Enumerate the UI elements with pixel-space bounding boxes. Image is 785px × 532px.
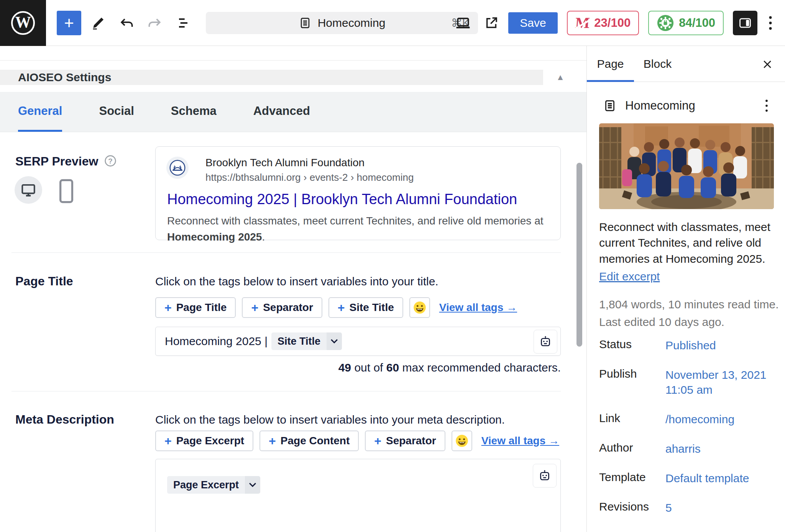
serp-preview-card: Brooklyn Tech Alumni Foundation https://… — [155, 146, 561, 240]
featured-image[interactable] — [599, 123, 774, 209]
document-fields: Status Published Publish November 13, 20… — [599, 338, 775, 532]
tab-block[interactable]: Block — [634, 46, 681, 82]
document-title: Homecoming — [625, 99, 695, 113]
link-value-link[interactable]: /homecoming — [665, 412, 775, 427]
tab-general[interactable]: General — [18, 92, 62, 132]
serp-title: Homecoming 2025 | Brooklyn Tech Alumni F… — [167, 191, 549, 208]
scrollbar[interactable] — [576, 163, 582, 347]
revisions-value-link[interactable]: 5 — [665, 500, 775, 515]
wordpress-editor: W + Homecoming ⌘K — [0, 0, 785, 532]
serp-site-name: Brooklyn Tech Alumni Foundation — [205, 157, 549, 169]
page-title-value: Homecoming 2025 | — [165, 335, 268, 348]
meta-description-input[interactable]: Page Excerpt — [155, 459, 561, 532]
help-icon[interactable]: ? — [104, 155, 117, 167]
view-all-tags-link[interactable]: View all tags → — [481, 435, 559, 447]
tab-advanced[interactable]: Advanced — [253, 92, 310, 132]
command-bar[interactable]: Homecoming ⌘K — [206, 12, 478, 34]
options-menu-icon[interactable] — [762, 11, 779, 34]
toolbar-right-cluster: Save M 23/100 — [446, 0, 779, 46]
robot-icon — [538, 469, 552, 483]
field-row-author: Author aharris — [599, 441, 775, 456]
editor-canvas: AIOSEO Settings ▲ General Social Schema … — [0, 46, 586, 532]
edit-excerpt-link[interactable]: Edit excerpt — [599, 270, 660, 283]
meta-description-label: Meta Description — [15, 413, 114, 427]
plus-icon: + — [269, 435, 276, 446]
ai-generator-button[interactable] — [534, 330, 557, 354]
serp-url: https://bthsalumni.org › events-2 › home… — [205, 172, 549, 183]
tab-schema[interactable]: Schema — [171, 92, 217, 132]
document-icon — [603, 99, 617, 113]
aioseo-settings-header[interactable]: AIOSEO Settings — [0, 70, 543, 85]
redo-icon — [143, 11, 166, 34]
plus-icon: + — [164, 435, 172, 446]
document-overview-icon[interactable] — [172, 11, 195, 34]
block-inserter-button[interactable]: + — [57, 11, 81, 35]
page-excerpt-tag-pill[interactable]: Page Excerpt — [167, 476, 260, 494]
page-title-tag-row: +Page Title +Separator +Site Title View … — [155, 297, 517, 318]
divider — [11, 391, 561, 391]
field-label: Parent — [599, 530, 665, 532]
add-page-excerpt-tag-button[interactable]: +Page Excerpt — [155, 431, 253, 451]
page-title-label: Page Title — [15, 274, 73, 288]
tools-pencil-icon[interactable] — [87, 11, 110, 34]
wordpress-logo[interactable]: W — [0, 0, 46, 46]
field-label: Author — [599, 441, 665, 456]
field-row-template: Template Default template — [599, 471, 775, 486]
command-bar-title: Homecoming — [318, 16, 386, 29]
divider — [0, 60, 586, 61]
view-all-tags-link[interactable]: View all tags → — [439, 301, 517, 314]
aioseo-settings-title: AIOSEO Settings — [18, 71, 111, 84]
add-page-content-tag-button[interactable]: +Page Content — [259, 431, 359, 451]
add-site-title-tag-button[interactable]: +Site Title — [328, 297, 403, 318]
sidebar-icon — [738, 16, 752, 30]
collapse-arrow-icon[interactable]: ▲ — [552, 70, 569, 85]
page-title-input[interactable]: Homecoming 2025 | Site Title — [155, 327, 561, 356]
field-label: Revisions — [599, 500, 665, 515]
save-button[interactable]: Save — [508, 12, 557, 34]
page-options-icon[interactable] — [758, 94, 775, 117]
tab-social[interactable]: Social — [99, 92, 134, 132]
add-separator-tag-button[interactable]: +Separator — [365, 431, 445, 451]
serp-description: Reconnect with classmates, meet current … — [167, 213, 549, 245]
close-icon[interactable] — [759, 56, 776, 73]
template-value-link[interactable]: Default template — [665, 471, 775, 486]
desktop-preview-button[interactable] — [15, 176, 42, 204]
view-site-icon[interactable] — [480, 11, 503, 34]
robot-icon — [539, 335, 552, 349]
status-value-link[interactable]: Published — [665, 338, 775, 353]
settings-sidebar-toggle[interactable] — [733, 11, 757, 35]
author-value-link[interactable]: aharris — [665, 441, 775, 456]
add-page-title-tag-button[interactable]: +Page Title — [155, 297, 236, 318]
tab-page[interactable]: Page — [587, 46, 634, 82]
add-separator-tag-button[interactable]: +Separator — [242, 297, 322, 318]
meta-description-helper: Click on the tags below to insert variab… — [155, 413, 505, 426]
emoji-picker-button[interactable] — [409, 297, 430, 318]
aioseo-score-value: 84/100 — [679, 16, 715, 30]
editor-toolbar: W + Homecoming ⌘K — [0, 0, 785, 46]
publish-value-link[interactable]: November 13, 2021 11:05 am — [665, 367, 775, 397]
ai-generator-button[interactable] — [533, 464, 557, 488]
field-row-parent: Parent EVENTS — [599, 530, 775, 532]
excerpt-text: Reconnect with classmates, meet current … — [599, 219, 776, 267]
character-counter: 49 out of 60 max recommended characters. — [338, 361, 561, 374]
monitor-icon — [20, 182, 36, 198]
parent-value-link[interactable]: EVENTS — [665, 530, 775, 532]
field-label: Template — [599, 471, 665, 486]
document-summary-row: Homecoming — [587, 93, 785, 118]
divider — [11, 252, 561, 253]
site-title-tag-pill[interactable]: Site Title — [271, 332, 342, 350]
aioseo-score-badge[interactable]: 84/100 — [648, 11, 724, 35]
document-icon — [299, 16, 312, 29]
mobile-preview-button[interactable] — [58, 178, 74, 205]
preview-icon[interactable] — [452, 11, 475, 34]
emoji-picker-button[interactable] — [452, 431, 472, 451]
truseo-score-badge[interactable]: M 23/100 — [567, 11, 639, 35]
page-title-helper: Click on the tags below to insert variab… — [155, 275, 438, 288]
smiley-icon — [413, 301, 427, 314]
last-edited-text: Last edited 10 days ago. — [599, 316, 724, 329]
settings-sidebar: Page Block Homecoming — [586, 46, 785, 532]
undo-icon[interactable] — [115, 11, 138, 34]
aioseo-tabs: General Social Schema Advanced — [0, 92, 586, 132]
plus-icon: + — [164, 302, 172, 313]
sidebar-header: Page Block — [587, 46, 785, 82]
